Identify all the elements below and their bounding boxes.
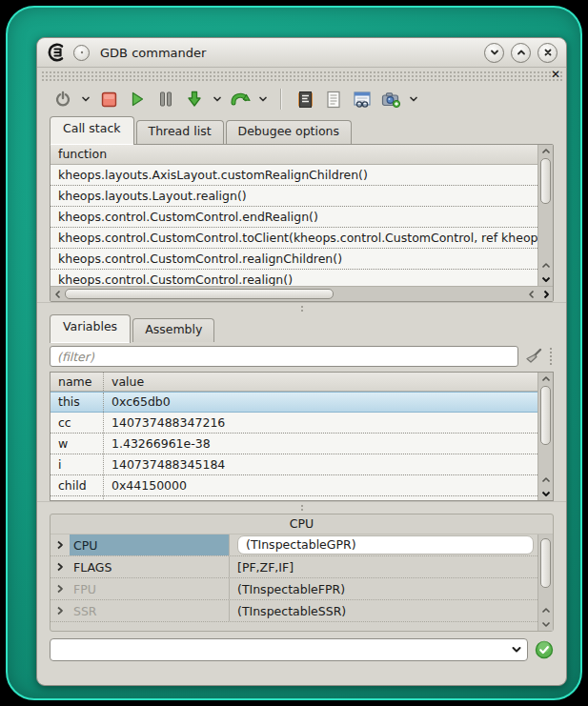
scroll-up-icon[interactable] <box>538 259 553 272</box>
value-column-header[interactable]: value <box>104 373 144 391</box>
variables-table-header[interactable]: name value <box>51 373 537 392</box>
title-bar[interactable]: GDB commander <box>37 38 566 68</box>
expand-chevron-icon[interactable] <box>51 540 70 550</box>
power-button[interactable] <box>51 87 75 111</box>
snapshot-dropdown-button[interactable] <box>407 87 420 111</box>
variable-row[interactable]: w 1.43266961e-38 <box>51 434 537 454</box>
tab-assembly[interactable]: Assembly <box>132 318 214 342</box>
variables-vertical-scrollbar[interactable] <box>537 373 553 500</box>
cpu-register-name[interactable]: SSR <box>70 600 230 621</box>
send-command-check-button[interactable] <box>535 640 554 659</box>
cpu-vertical-scrollbar[interactable] <box>537 535 553 631</box>
cpu-row[interactable]: SSR (TInspectableSSR) <box>51 600 537 622</box>
run-button[interactable] <box>125 87 150 111</box>
scroll-up-icon[interactable] <box>538 604 553 617</box>
app-logo-icon <box>46 42 67 63</box>
tab-call-stack[interactable]: Call stack <box>50 116 134 145</box>
curved-arrow-icon <box>231 90 251 109</box>
variable-row[interactable]: child 0x44150000 <box>51 475 537 496</box>
scroll-right-icon[interactable] <box>538 288 553 301</box>
combo-dropdown-button[interactable] <box>506 644 527 656</box>
scroll-left-icon[interactable] <box>524 288 538 301</box>
cpu-row[interactable]: FLAGS [PF,ZF,IF] <box>51 556 537 578</box>
scroll-thumb[interactable] <box>540 538 551 588</box>
power-dropdown-button[interactable] <box>79 87 92 111</box>
variable-name: h <box>51 496 104 500</box>
call-stack-horizontal-scrollbar[interactable] <box>51 286 553 301</box>
pause-button[interactable] <box>153 87 178 111</box>
variable-row[interactable]: cc 140737488347216 <box>51 413 537 434</box>
filter-input[interactable] <box>50 346 518 367</box>
scroll-down-icon[interactable] <box>538 617 553 631</box>
scroll-up-icon[interactable] <box>538 474 553 487</box>
call-stack-row[interactable]: kheops.control.CustomControl.realign() <box>51 270 537 286</box>
gdb-commander-window: GDB commander ✕ <box>36 37 567 686</box>
step-into-button[interactable] <box>182 87 207 111</box>
cpu-register-name[interactable]: FLAGS <box>70 556 230 577</box>
call-stack-row[interactable]: kheops.control.CustomControl.endRealign(… <box>51 207 537 228</box>
watch-list-button[interactable] <box>350 87 375 111</box>
cpu-register-value[interactable]: (TInspectableSSR) <box>230 600 537 621</box>
variables-cpu-splitter[interactable] <box>37 501 566 514</box>
variable-value: 0xc65db0 <box>104 393 171 412</box>
dock-close-icon[interactable]: ✕ <box>551 68 560 81</box>
variable-row-selected[interactable]: this 0xc65db0 <box>51 392 537 413</box>
call-stack-vertical-scrollbar[interactable] <box>537 145 553 286</box>
expand-chevron-icon[interactable] <box>51 606 70 615</box>
scroll-left-icon[interactable] <box>51 288 65 301</box>
stack-variables-splitter[interactable] <box>37 302 566 314</box>
dock-header[interactable]: ✕ <box>40 70 563 82</box>
cpu-register-list[interactable]: CPU (TInspectableGPR) FLAGS [PF,ZF,IF] F… <box>51 535 537 631</box>
gdb-command-combobox[interactable] <box>50 638 528 661</box>
expand-chevron-icon[interactable] <box>51 562 70 572</box>
call-stack-row[interactable]: kheops.control.CustomControl.toClient(kh… <box>51 228 537 249</box>
minimize-button[interactable] <box>484 43 504 63</box>
scroll-thumb[interactable] <box>540 158 551 204</box>
window-menu-button[interactable] <box>73 45 90 61</box>
step-into-dropdown-button[interactable] <box>211 87 224 111</box>
cpu-register-value[interactable]: (TInspectableGPR) <box>230 535 537 555</box>
expand-chevron-icon[interactable] <box>51 584 70 594</box>
tab-debugee-options[interactable]: Debugee options <box>226 120 353 144</box>
function-column-header[interactable]: function <box>51 145 537 165</box>
name-column-header[interactable]: name <box>51 373 104 391</box>
step-over-dropdown-button[interactable] <box>256 87 270 111</box>
scroll-down-icon[interactable] <box>538 487 553 500</box>
document-icon <box>325 91 342 109</box>
tab-variables[interactable]: Variables <box>50 314 131 343</box>
scroll-down-icon[interactable] <box>538 272 553 286</box>
call-stack-row[interactable]: kheops.layouts.AxisLayout.customRealignC… <box>51 165 537 186</box>
variable-name: this <box>51 393 104 412</box>
clear-filter-broom-icon[interactable] <box>523 346 544 367</box>
call-stack-row[interactable]: kheops.layouts.Layout.realign() <box>51 186 537 207</box>
gdb-command-input[interactable] <box>51 640 506 659</box>
stop-icon <box>101 91 117 108</box>
output-log-button[interactable] <box>321 87 346 111</box>
chevron-down-icon <box>81 94 91 104</box>
cpu-register-value[interactable]: (TInspectableFPR) <box>230 578 537 599</box>
maximize-button[interactable] <box>511 43 531 63</box>
cpu-register-name[interactable]: CPU <box>70 535 230 555</box>
tab-thread-list[interactable]: Thread list <box>136 120 224 144</box>
close-button[interactable] <box>537 43 558 63</box>
arrow-down-icon <box>185 90 204 109</box>
call-stack-list[interactable]: function kheops.layouts.AxisLayout.custo… <box>51 145 537 286</box>
cpu-register-value[interactable]: [PF,ZF,IF] <box>230 556 537 577</box>
variable-row[interactable]: h 1.43266961e-38 <box>51 496 537 500</box>
variable-row[interactable]: i 140737488345184 <box>51 454 537 475</box>
scroll-thumb[interactable] <box>65 289 334 299</box>
cpu-view-button[interactable] <box>293 87 317 111</box>
call-stack-row[interactable]: kheops.control.CustomControl.realignChil… <box>51 249 537 270</box>
variable-value: 140737488347216 <box>104 413 225 433</box>
scroll-up-icon[interactable] <box>538 373 553 386</box>
cpu-row[interactable]: FPU (TInspectableFPR) <box>51 578 537 600</box>
snapshot-button[interactable] <box>378 87 403 111</box>
camera-add-icon <box>381 91 401 109</box>
variables-table[interactable]: name value this 0xc65db0 cc 140737488347… <box>51 373 537 500</box>
cpu-register-name[interactable]: FPU <box>70 578 230 599</box>
scroll-thumb[interactable] <box>540 386 551 445</box>
scroll-up-icon[interactable] <box>538 145 553 158</box>
step-over-button[interactable] <box>228 87 253 111</box>
cpu-row-selected[interactable]: CPU (TInspectableGPR) <box>51 535 537 556</box>
stop-button[interactable] <box>96 87 121 111</box>
